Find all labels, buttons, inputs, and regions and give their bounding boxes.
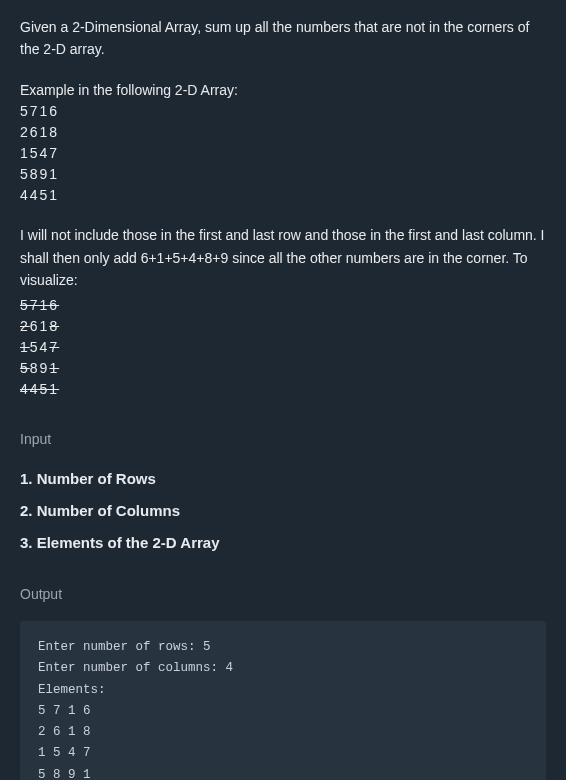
code-line: Enter number of columns: 4	[38, 658, 528, 679]
mixed-row: 1547	[20, 337, 546, 358]
strike-row: 4451	[20, 379, 546, 400]
code-line: Elements:	[38, 680, 528, 701]
mixed-row: 2618	[20, 316, 546, 337]
example-array-block: Example in the following 2-D Array: 5716…	[20, 79, 546, 206]
plain-chars: 61	[30, 318, 50, 334]
output-code-block: Enter number of rows: 5 Enter number of …	[20, 621, 546, 780]
output-section-label: Output	[20, 583, 546, 605]
strike-char: 1	[20, 339, 30, 355]
array-row: 2618	[20, 122, 546, 143]
explanation-text: I will not include those in the first an…	[20, 224, 546, 291]
strike-row: 5716	[20, 295, 546, 316]
input-item: 3. Elements of the 2-D Array	[20, 531, 546, 555]
code-line: Enter number of rows: 5	[38, 637, 528, 658]
code-line: 5 7 1 6	[38, 701, 528, 722]
strike-char: 8	[49, 318, 59, 334]
input-list: 1. Number of Rows 2. Number of Columns 3…	[20, 467, 546, 555]
plain-chars: 89	[30, 360, 50, 376]
code-line: 5 8 9 1	[38, 765, 528, 780]
mixed-row: 5891	[20, 358, 546, 379]
array-row: 5716	[20, 101, 546, 122]
array-row: 1547	[20, 143, 546, 164]
strike-char: 1	[49, 360, 59, 376]
strike-char: 2	[20, 318, 30, 334]
input-section-label: Input	[20, 428, 546, 450]
code-line: 2 6 1 8	[38, 722, 528, 743]
input-item: 1. Number of Rows	[20, 467, 546, 491]
strike-char: 7	[49, 339, 59, 355]
input-item: 2. Number of Columns	[20, 499, 546, 523]
plain-chars: 54	[30, 339, 50, 355]
example-label: Example in the following 2-D Array:	[20, 79, 546, 101]
visualization-block: I will not include those in the first an…	[20, 224, 546, 400]
strike-char: 5	[20, 360, 30, 376]
array-row: 5891	[20, 164, 546, 185]
code-line: 1 5 4 7	[38, 743, 528, 764]
array-row: 4451	[20, 185, 546, 206]
problem-description: Given a 2-Dimensional Array, sum up all …	[20, 16, 546, 61]
